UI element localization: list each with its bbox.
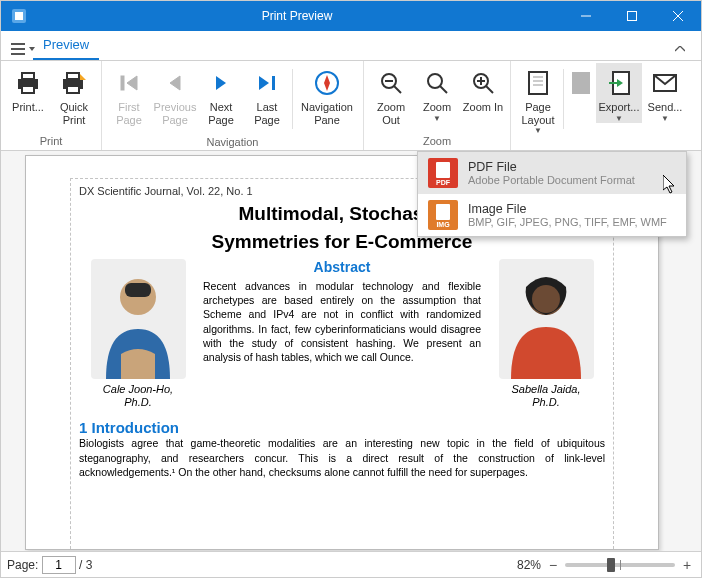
export-image-item[interactable]: IMG Image File BMP, GIF, JPEG, PNG, TIFF… [418, 194, 686, 236]
minimize-button[interactable] [563, 1, 609, 31]
tab-preview[interactable]: Preview [33, 33, 99, 60]
author-photo-left [91, 259, 186, 379]
export-dropdown: PDF PDF File Adobe Portable Document For… [417, 151, 687, 237]
svg-rect-37 [573, 73, 589, 93]
last-page-icon [252, 68, 282, 98]
unknown-disabled-button [566, 63, 596, 101]
export-label: Export... [599, 101, 640, 114]
quick-print-label: Quick Print [52, 101, 96, 126]
next-page-label: Next Page [199, 101, 243, 126]
close-button[interactable] [655, 1, 701, 31]
zoom-in-button[interactable]: Zoom In [460, 63, 506, 114]
quick-print-button[interactable]: Quick Print [51, 63, 97, 126]
prev-page-icon [160, 68, 190, 98]
zoom-icon [422, 68, 452, 98]
section-1-text: Biologists agree that game-theoretic mod… [79, 436, 605, 479]
zoom-in-label: Zoom In [463, 101, 503, 114]
group-zoom: Zoom Out Zoom▼ Zoom In Zoom [364, 61, 511, 150]
svg-point-46 [532, 285, 560, 313]
group-page-export: Page Layout▼ Export...▼ Send...▼ [511, 61, 692, 150]
group-print-label: Print [5, 134, 97, 150]
prev-page-button: Previous Page [152, 63, 198, 126]
zoom-out-icon [376, 68, 406, 98]
current-page-input[interactable] [42, 556, 76, 574]
svg-rect-49 [436, 204, 450, 220]
print-label: Print... [12, 101, 44, 114]
pdf-file-icon: PDF [428, 158, 458, 188]
export-button[interactable]: Export...▼ [596, 63, 642, 123]
svg-marker-20 [259, 76, 269, 90]
zoom-out-button[interactable]: Zoom Out [368, 63, 414, 126]
export-img-title: Image File [468, 202, 667, 216]
svg-rect-1 [15, 12, 23, 20]
send-label: Send... [648, 101, 683, 114]
print-button[interactable]: Print... [5, 63, 51, 114]
page-label: Page: [7, 558, 38, 572]
svg-rect-43 [125, 283, 151, 297]
printer-icon [13, 68, 43, 98]
author-right-name: Sabella Jaida, [511, 383, 580, 395]
navigation-pane-button[interactable]: Navigation Pane [295, 63, 359, 126]
maximize-button[interactable] [609, 1, 655, 31]
page-layout-button[interactable]: Page Layout▼ [515, 63, 561, 135]
svg-marker-18 [170, 76, 180, 90]
svg-rect-48 [436, 162, 450, 178]
zoom-plus-button[interactable]: + [679, 557, 695, 573]
nav-pane-label: Navigation Pane [296, 101, 358, 126]
zoom-in-icon [468, 68, 498, 98]
app-icon [7, 4, 31, 28]
last-page-label: Last Page [245, 101, 289, 126]
chevron-down-icon: ▼ [661, 114, 669, 123]
group-zoom-label: Zoom [368, 134, 506, 150]
zoom-label: Zoom [423, 101, 451, 114]
svg-rect-11 [22, 86, 34, 93]
chevron-down-icon: ▼ [534, 126, 542, 135]
zoom-button[interactable]: Zoom▼ [414, 63, 460, 123]
compass-icon [312, 68, 342, 98]
collapse-ribbon-button[interactable] [669, 38, 691, 60]
document-icon [566, 68, 596, 98]
last-page-button[interactable]: Last Page [244, 63, 290, 126]
svg-rect-33 [529, 72, 547, 94]
svg-marker-50 [663, 175, 674, 193]
ribbon: Print... Quick Print Print First Page Pr… [1, 61, 701, 151]
group-navigation-label: Navigation [106, 135, 359, 151]
svg-rect-10 [22, 73, 34, 79]
abstract-heading: Abstract [203, 259, 481, 275]
first-page-icon [114, 68, 144, 98]
status-bar: Page: / 3 82% − + [1, 551, 701, 577]
section-1-heading: 1 Introduction [79, 419, 605, 436]
zoom-slider-thumb[interactable] [607, 558, 615, 572]
author-photo-right [499, 259, 594, 379]
svg-rect-13 [67, 73, 79, 79]
zoom-slider[interactable] [565, 563, 675, 567]
send-button[interactable]: Send...▼ [642, 63, 688, 123]
export-pdf-item[interactable]: PDF PDF File Adobe Portable Document For… [418, 152, 686, 194]
svg-line-25 [394, 86, 401, 93]
svg-point-27 [428, 74, 442, 88]
page-layout-label: Page Layout [516, 101, 560, 126]
total-pages: / 3 [79, 558, 92, 572]
quick-print-icon [59, 68, 89, 98]
svg-rect-21 [272, 76, 275, 90]
abstract-text: Recent advances in modular technology an… [203, 279, 481, 364]
document-viewport[interactable]: DX Scientific Journal, Vol. 22, No. 1 Mu… [1, 151, 701, 551]
svg-line-28 [440, 86, 447, 93]
export-pdf-title: PDF File [468, 160, 635, 174]
first-page-label: First Page [107, 101, 151, 126]
zoom-minus-button[interactable]: − [545, 557, 561, 573]
tab-strip: Preview [1, 31, 701, 61]
chevron-down-icon: ▼ [615, 114, 623, 123]
next-page-icon [206, 68, 236, 98]
svg-marker-15 [80, 74, 86, 80]
page-layout-icon [523, 68, 553, 98]
author-left-degree: Ph.D. [124, 396, 152, 408]
ribbon-menu-button[interactable] [7, 38, 29, 60]
next-page-button[interactable]: Next Page [198, 63, 244, 126]
prev-page-label: Previous Page [153, 101, 197, 126]
svg-rect-14 [67, 86, 79, 93]
svg-rect-16 [121, 76, 124, 90]
chevron-down-icon: ▼ [433, 114, 441, 123]
svg-rect-3 [628, 12, 637, 21]
export-icon [604, 68, 634, 98]
